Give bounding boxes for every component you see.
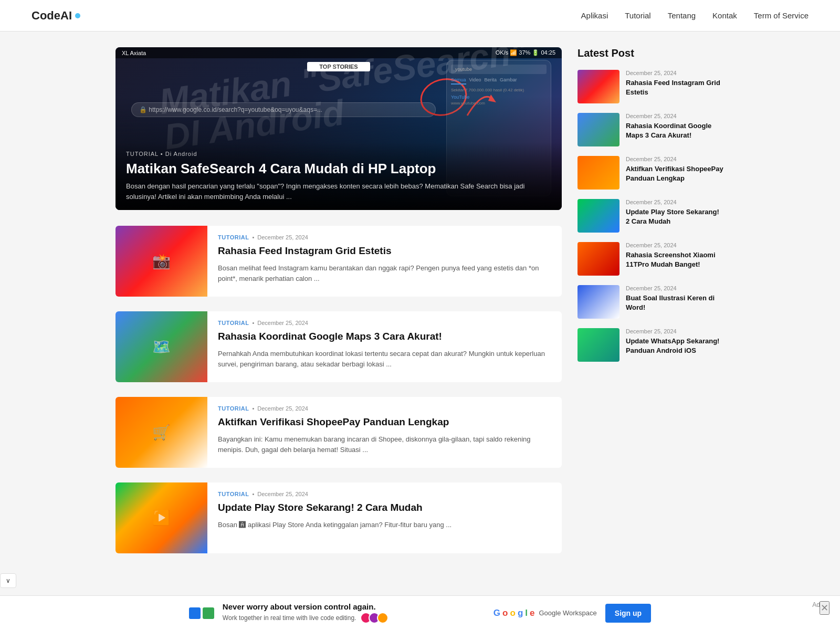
hero-article[interactable]: XL Axiata OK/s 📶 37% 🔋 04:25 TOP STORIES… bbox=[116, 47, 562, 210]
sidebar-thumb-inner-1 bbox=[578, 113, 620, 146]
sidebar-date-5: December 25, 2024 bbox=[626, 285, 724, 291]
thumb-icon-0: 📸 bbox=[116, 226, 207, 297]
site-header: CodeAI Aplikasi Tutorial Tentang Kontak … bbox=[0, 0, 840, 32]
sidebar-thumb-inner-3 bbox=[578, 199, 620, 233]
sidebar-item-title-4: Rahasia Screenshot Xiaomi 11TPro Mudah B… bbox=[626, 250, 724, 269]
sidebar-thumb-inner-2 bbox=[578, 156, 620, 190]
nav-tos[interactable]: Term of Service bbox=[754, 11, 808, 20]
sidebar-item-title-2: Aktifkan Verifikasi ShopeePay Panduan Le… bbox=[626, 164, 724, 183]
hero-content: TUTORIAL • Di Android Matikan SafeSearch… bbox=[116, 142, 562, 211]
sidebar-thumb-inner-6 bbox=[578, 328, 620, 362]
thumb-icon-3: ▶️ bbox=[116, 482, 207, 553]
sidebar-thumb-3 bbox=[578, 199, 620, 233]
nav-tutorial[interactable]: Tutorial bbox=[625, 11, 650, 20]
sidebar-info-6: December 25, 2024 Update WhatsApp Sekara… bbox=[626, 328, 724, 362]
article-item-0[interactable]: 📸 TUTORIAL • December 25, 2024 Rahasia F… bbox=[116, 226, 562, 297]
scroll-indicator[interactable]: ∨ bbox=[0, 573, 16, 584]
article-meta-2: TUTORIAL • December 25, 2024 bbox=[218, 405, 553, 412]
article-item-2[interactable]: 🛒 TUTORIAL • December 25, 2024 Aktifkan … bbox=[116, 397, 562, 468]
sidebar-thumb-0 bbox=[578, 70, 620, 103]
article-date-0: December 25, 2024 bbox=[257, 234, 308, 240]
article-date-3: December 25, 2024 bbox=[257, 491, 308, 497]
sidebar-item-title-0: Rahasia Feed Instagram Grid Estetis bbox=[626, 78, 724, 97]
site-logo[interactable]: CodeAI bbox=[32, 9, 80, 23]
thumb-icon-1: 🗺️ bbox=[116, 311, 207, 382]
article-excerpt-3: Bosan 🅰 aplikasi Play Store Anda ketingg… bbox=[218, 520, 553, 531]
article-dot-2: • bbox=[252, 405, 254, 412]
article-tag-0: TUTORIAL bbox=[218, 234, 249, 240]
sidebar-date-1: December 25, 2024 bbox=[626, 113, 724, 119]
sidebar-thumb-2 bbox=[578, 156, 620, 190]
nav-tentang[interactable]: Tentang bbox=[668, 11, 696, 20]
article-excerpt-1: Pernahkah Anda membutuhkan koordinat lok… bbox=[218, 349, 553, 371]
thumb-icon-text-3: ▶️ bbox=[152, 509, 171, 527]
sidebar-item-title-1: Rahasia Koordinat Google Maps 3 Cara Aku… bbox=[626, 121, 724, 140]
sidebar-item-2[interactable]: December 25, 2024 Aktifkan Verifikasi Sh… bbox=[578, 156, 724, 190]
article-dot-0: • bbox=[252, 234, 254, 240]
hero-label: TUTORIAL • Di Android bbox=[126, 151, 551, 157]
sidebar-info-1: December 25, 2024 Rahasia Koordinat Goog… bbox=[626, 113, 724, 146]
article-thumb-1: 🗺️ bbox=[116, 311, 207, 382]
main-nav: Aplikasi Tutorial Tentang Kontak Term of… bbox=[581, 11, 808, 20]
sidebar-item-title-3: Update Play Store Sekarang! 2 Cara Mudah bbox=[626, 207, 724, 226]
sidebar-date-3: December 25, 2024 bbox=[626, 199, 724, 205]
hero-excerpt: Bosan dengan hasil pencarian yang terlal… bbox=[126, 181, 551, 202]
article-meta-1: TUTORIAL • December 25, 2024 bbox=[218, 320, 553, 326]
sidebar-list: December 25, 2024 Rahasia Feed Instagram… bbox=[578, 70, 724, 362]
sidebar-item-4[interactable]: December 25, 2024 Rahasia Screenshot Xia… bbox=[578, 242, 724, 276]
sidebar: Latest Post December 25, 2024 Rahasia Fe… bbox=[578, 47, 724, 568]
main-container: XL Axiata OK/s 📶 37% 🔋 04:25 TOP STORIES… bbox=[105, 32, 735, 584]
article-title-3: Update Play Store Sekarang! 2 Cara Mudah bbox=[218, 501, 553, 514]
sidebar-thumb-6 bbox=[578, 328, 620, 362]
sidebar-info-4: December 25, 2024 Rahasia Screenshot Xia… bbox=[626, 242, 724, 276]
thumb-icon-text-0: 📸 bbox=[152, 253, 171, 270]
sidebar-item-1[interactable]: December 25, 2024 Rahasia Koordinat Goog… bbox=[578, 113, 724, 146]
sidebar-thumb-inner-0 bbox=[578, 70, 620, 103]
article-tag-3: TUTORIAL bbox=[218, 491, 249, 497]
article-dot-3: • bbox=[252, 491, 254, 497]
logo-text: CodeAI bbox=[32, 9, 72, 23]
article-tag-2: TUTORIAL bbox=[218, 405, 249, 412]
logo-dot bbox=[75, 13, 80, 18]
sidebar-info-3: December 25, 2024 Update Play Store Seka… bbox=[626, 199, 724, 233]
article-body-3: TUTORIAL • December 25, 2024 Update Play… bbox=[218, 482, 562, 553]
sidebar-item-6[interactable]: December 25, 2024 Update WhatsApp Sekara… bbox=[578, 328, 724, 362]
article-excerpt-0: Bosan melihat feed Instagram kamu berant… bbox=[218, 263, 553, 285]
sidebar-item-5[interactable]: December 25, 2024 Buat Soal Ilustrasi Ke… bbox=[578, 285, 724, 319]
article-title-2: Aktifkan Verifikasi ShopeePay Panduan Le… bbox=[218, 416, 553, 429]
nav-kontak[interactable]: Kontak bbox=[712, 11, 737, 20]
article-item-3[interactable]: ▶️ TUTORIAL • December 25, 2024 Update P… bbox=[116, 482, 562, 553]
sidebar-thumb-5 bbox=[578, 285, 620, 319]
sidebar-item-3[interactable]: December 25, 2024 Update Play Store Seka… bbox=[578, 199, 724, 233]
article-body-0: TUTORIAL • December 25, 2024 Rahasia Fee… bbox=[218, 226, 562, 297]
article-item-1[interactable]: 🗺️ TUTORIAL • December 25, 2024 Rahasia … bbox=[116, 311, 562, 382]
sidebar-info-5: December 25, 2024 Buat Soal Ilustrasi Ke… bbox=[626, 285, 724, 319]
article-excerpt-2: Bayangkan ini: Kamu menemukan barang inc… bbox=[218, 434, 553, 456]
thumb-icon-text-2: 🛒 bbox=[152, 424, 171, 441]
article-thumb-3: ▶️ bbox=[116, 482, 207, 553]
article-date-1: December 25, 2024 bbox=[257, 320, 308, 326]
article-dot-1: • bbox=[252, 320, 254, 326]
article-title-0: Rahasia Feed Instagram Grid Estetis bbox=[218, 245, 553, 258]
hero-title: Matikan SafeSearch 4 Cara Mudah di HP La… bbox=[126, 160, 551, 177]
sidebar-thumb-4 bbox=[578, 242, 620, 276]
sidebar-title: Latest Post bbox=[578, 47, 724, 59]
sidebar-item-title-6: Update WhatsApp Sekarang! Panduan Androi… bbox=[626, 337, 724, 355]
sidebar-thumb-inner-5 bbox=[578, 285, 620, 319]
sidebar-item-title-5: Buat Soal Ilustrasi Keren di Word! bbox=[626, 293, 724, 312]
sidebar-thumb-1 bbox=[578, 113, 620, 146]
article-meta-3: TUTORIAL • December 25, 2024 bbox=[218, 491, 553, 497]
sidebar-date-6: December 25, 2024 bbox=[626, 328, 724, 334]
article-list: 📸 TUTORIAL • December 25, 2024 Rahasia F… bbox=[116, 226, 562, 553]
article-tag-1: TUTORIAL bbox=[218, 320, 249, 326]
thumb-icon-text-1: 🗺️ bbox=[152, 338, 171, 355]
sidebar-thumb-inner-4 bbox=[578, 242, 620, 276]
sidebar-date-4: December 25, 2024 bbox=[626, 242, 724, 248]
article-meta-0: TUTORIAL • December 25, 2024 bbox=[218, 234, 553, 240]
sidebar-item-0[interactable]: December 25, 2024 Rahasia Feed Instagram… bbox=[578, 70, 724, 103]
thumb-icon-2: 🛒 bbox=[116, 397, 207, 468]
article-thumb-0: 📸 bbox=[116, 226, 207, 297]
article-body-1: TUTORIAL • December 25, 2024 Rahasia Koo… bbox=[218, 311, 562, 382]
content-column: XL Axiata OK/s 📶 37% 🔋 04:25 TOP STORIES… bbox=[116, 47, 562, 568]
nav-aplikasi[interactable]: Aplikasi bbox=[581, 11, 608, 20]
